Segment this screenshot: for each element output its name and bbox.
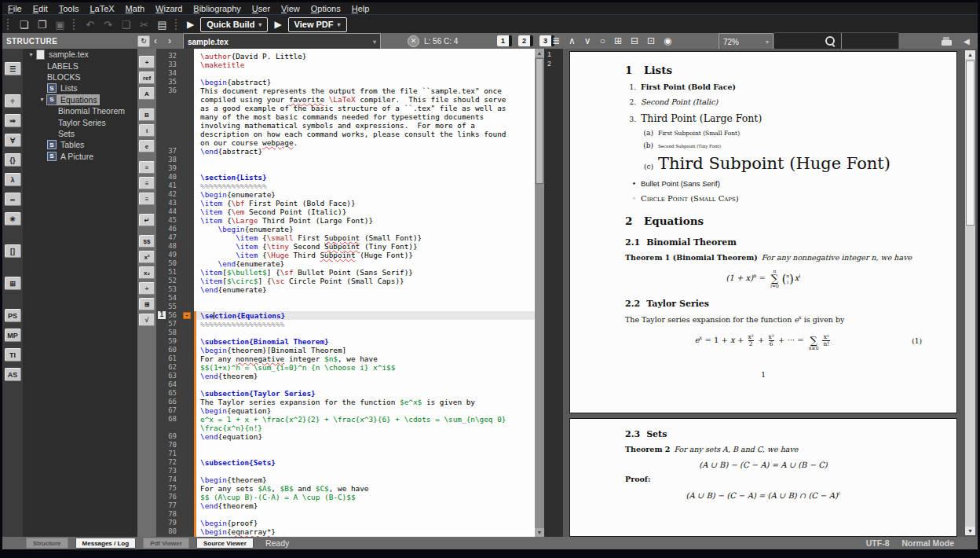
tree-item-sets[interactable]: Sets	[23, 128, 137, 139]
bold-icon[interactable]: B	[139, 108, 155, 121]
toolbar-handle[interactable]	[73, 19, 77, 30]
cut-icon[interactable]: ✂	[137, 18, 151, 31]
panel-toggle-pdf-viewer[interactable]: Pdf Viewer	[143, 538, 189, 549]
tree-item-binomial-theorem[interactable]: Binomial Theorem	[23, 105, 137, 116]
scroll-down-icon[interactable]: ▼	[965, 527, 975, 535]
scroll-up-icon[interactable]: ▲	[535, 49, 544, 57]
superscript-icon[interactable]: x²	[139, 251, 155, 263]
rotate-icon[interactable]: ○	[600, 36, 605, 46]
open-folder-icon[interactable]: ❐	[35, 18, 49, 31]
itemize-icon[interactable]: ≡	[139, 161, 155, 174]
tree-item-a-picture[interactable]: SA Picture	[23, 151, 137, 162]
bookmark-marker[interactable]: 1	[158, 311, 166, 319]
menu-math[interactable]: Math	[120, 4, 150, 13]
pdf-page-number-2[interactable]: 2	[547, 59, 563, 68]
arrow-symbols-icon[interactable]: ⇒	[5, 114, 21, 127]
menu-bibliography[interactable]: Bibliography	[188, 4, 247, 13]
open-file-selector[interactable]: sample.tex ▾	[183, 33, 381, 50]
asymptote-icon[interactable]: AS	[5, 368, 21, 381]
tree-item-blocks[interactable]: BLOCKS	[23, 72, 137, 83]
search-icon[interactable]	[825, 33, 835, 49]
insert-item-icon[interactable]: +	[139, 56, 155, 68]
save-icon[interactable]: ▣	[53, 18, 67, 31]
tree-item-labels[interactable]: LABELS	[23, 60, 137, 71]
scroll-up-icon[interactable]: ▲	[965, 50, 975, 59]
tikz-icon[interactable]: TI	[5, 348, 21, 362]
pstricks-icon[interactable]: PS	[5, 309, 21, 322]
previous-document-icon[interactable]: ‹	[154, 33, 157, 49]
run-view-pdf-icon[interactable]: ▶	[274, 19, 281, 30]
print-icon[interactable]	[942, 33, 952, 49]
array-icon[interactable]: ⊞	[139, 298, 155, 310]
menu-edit[interactable]: Edit	[27, 4, 53, 13]
most-used-symbols-icon[interactable]: ✳	[5, 212, 21, 226]
structure-tab-icon[interactable]: ☰	[5, 62, 21, 75]
menu-tools[interactable]: Tools	[53, 4, 85, 13]
pdf-view-mode-1-icon[interactable]: 1	[497, 35, 512, 46]
misc-math-icon[interactable]: ∞	[5, 193, 21, 206]
enumerate-icon[interactable]: ≡	[139, 177, 155, 189]
toolbar-handle[interactable]	[175, 19, 179, 30]
menu-latex[interactable]: LaTeX	[84, 4, 119, 13]
scrollbar-thumb[interactable]	[536, 58, 543, 184]
next-document-icon[interactable]: ›	[168, 33, 171, 49]
relation-symbols-icon[interactable]: ÷	[5, 94, 21, 108]
pdf-structure-icon[interactable]: ≣	[552, 36, 560, 46]
sqrt-icon[interactable]: √	[139, 314, 155, 326]
subscript-icon[interactable]: x₂	[139, 266, 155, 279]
line-number-gutter[interactable]: 3233343536373839404142434445464748495051…	[156, 49, 194, 537]
scrollbar-thumb[interactable]	[966, 61, 975, 226]
zoom-level-selector[interactable]: 72% ▾	[719, 33, 773, 50]
quick-build-button[interactable]: Quick Build ▾	[200, 17, 268, 32]
fold-collapse-icon[interactable]: -	[183, 312, 191, 319]
description-icon[interactable]: ≡	[139, 193, 155, 205]
tree-item-lists[interactable]: SLists	[23, 83, 137, 94]
pdf-scrollbar[interactable]: ▲ ▼	[965, 50, 975, 535]
panel-toggle-structure[interactable]: Structure	[26, 538, 68, 549]
inline-math-icon[interactable]: $$	[139, 235, 155, 248]
menu-options[interactable]: Options	[305, 4, 346, 13]
menu-file[interactable]: File	[2, 4, 27, 13]
pdf-page-number-1[interactable]: 1	[547, 50, 563, 59]
tree-item-sample-tex[interactable]: ▾sample.tex	[23, 49, 137, 60]
menu-view[interactable]: View	[276, 4, 305, 13]
new-document-icon[interactable]: ❏	[17, 18, 31, 31]
ref-icon[interactable]: ref	[139, 72, 155, 84]
frac-icon[interactable]: ÷	[139, 282, 155, 295]
expander-icon[interactable]: ▾	[27, 51, 35, 58]
run-quick-build-icon[interactable]: ▶	[187, 19, 194, 30]
tree-item-equations[interactable]: ▾SEquations	[23, 94, 137, 105]
menu-help[interactable]: Help	[346, 4, 375, 13]
update-structure-icon[interactable]: ↻	[137, 33, 150, 49]
paste-icon[interactable]: ▤	[155, 18, 169, 31]
fit-width-icon[interactable]: ⊟	[631, 36, 638, 46]
panel-toggle-messages-log[interactable]: Messages / Log	[75, 538, 137, 549]
favourites-icon[interactable]: ⊞	[5, 277, 21, 290]
page-down-icon[interactable]: ∨	[584, 36, 591, 46]
menu-wizard[interactable]: Wizard	[150, 4, 188, 13]
newline-icon[interactable]: ↵	[139, 214, 155, 226]
editor-scrollbar[interactable]: ▲ ▼	[535, 49, 544, 537]
metapost-icon[interactable]: MP	[5, 329, 21, 342]
toolbar-handle[interactable]	[7, 19, 11, 30]
italic-icon[interactable]: i	[139, 124, 155, 137]
view-pdf-button[interactable]: View PDF ▾	[288, 17, 347, 32]
misc-symbols-icon[interactable]: ∀	[5, 134, 21, 147]
fit-page-icon[interactable]: ⊡	[647, 36, 655, 46]
copy-icon[interactable]: ❑	[119, 18, 133, 31]
brackets-icon[interactable]: []	[5, 244, 21, 258]
tree-item-tables[interactable]: STables	[23, 139, 137, 150]
pdf-view-mode-2-icon[interactable]: 2	[518, 35, 533, 46]
external-viewer-icon[interactable]: ◀	[964, 33, 970, 49]
zoom-window-icon[interactable]: ⊞	[614, 36, 622, 46]
font-size-icon[interactable]: A	[139, 87, 155, 100]
menu-user[interactable]: User	[247, 4, 276, 13]
page-up-icon[interactable]: ∧	[569, 36, 576, 46]
source-editor[interactable]: \author{David P. Little}\maketitle\begin…	[194, 49, 535, 537]
stop-process-icon[interactable]: ✕	[408, 33, 419, 49]
delimiters-icon[interactable]: {}	[5, 153, 21, 167]
presentation-icon[interactable]: ◉	[664, 36, 671, 46]
expander-icon[interactable]: ▾	[38, 96, 46, 103]
pdf-viewer[interactable]: 1Lists1.First Point (Bold Face)2.Second …	[563, 49, 978, 537]
undo-icon[interactable]: ↶	[83, 18, 97, 31]
